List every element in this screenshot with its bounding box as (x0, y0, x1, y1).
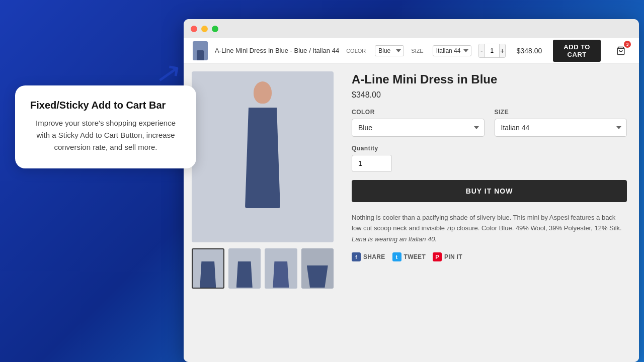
product-title: A-Line Mini Dress in Blue (352, 72, 627, 86)
sticky-color-label: COLOR (346, 48, 366, 54)
annotation-card: ↗ Fixed/Sticky Add to Cart Bar Improve y… (15, 85, 196, 168)
sticky-product-name: A-Line Mini Dress in Blue - Blue / Itali… (215, 47, 339, 54)
twitter-share-button[interactable]: t TWEET (392, 252, 426, 261)
sticky-size-select[interactable]: Italian 40 Italian 42 Italian 44 Italian… (433, 45, 471, 56)
product-info-panel: A-Line Mini Dress in Blue $348.00 COLOR … (340, 63, 639, 362)
thumbnail-3[interactable] (265, 248, 297, 289)
quantity-input[interactable] (352, 155, 392, 172)
pinterest-share-button[interactable]: P PIN IT (433, 252, 462, 261)
pinterest-share-label: PIN IT (444, 253, 462, 260)
product-price: $348.00 (352, 90, 627, 100)
cart-icon-container: 3 (612, 42, 630, 60)
title-bar (184, 19, 639, 38)
sticky-product-thumbnail (193, 41, 208, 60)
main-product-image (192, 71, 334, 242)
thumbnail-2[interactable] (228, 248, 261, 289)
product-description-italic: Lana is wearing an Italian 40. (352, 235, 437, 243)
product-page: A-Line Mini Dress in Blue $348.00 COLOR … (184, 63, 639, 362)
color-label: COLOR (352, 109, 485, 116)
sticky-price: $348.00 (517, 47, 542, 55)
sticky-quantity-input[interactable] (485, 44, 500, 57)
buy-now-button[interactable]: BUY IT NOW (352, 180, 627, 202)
browser-window: A-Line Mini Dress in Blue - Blue / Itali… (184, 19, 639, 362)
dress-figure (227, 81, 298, 242)
size-select[interactable]: Italian 40 Italian 42 Italian 44 Italian… (495, 119, 627, 137)
quantity-label: Quantity (352, 145, 627, 152)
product-gallery (184, 63, 340, 362)
twitter-icon: t (392, 252, 401, 261)
traffic-light-red[interactable] (191, 26, 197, 32)
color-block: COLOR Blue Navy Black (352, 109, 485, 137)
annotation-title: Fixed/Sticky Add to Cart Bar (30, 100, 181, 111)
cart-button[interactable]: 3 (612, 42, 630, 60)
traffic-light-yellow[interactable] (201, 26, 208, 32)
sticky-quantity-control: - + (478, 44, 506, 58)
thumbnail-4[interactable] (301, 248, 334, 289)
sticky-quantity-plus[interactable]: + (500, 44, 505, 57)
sticky-add-to-cart-bar: A-Line Mini Dress in Blue - Blue / Itali… (184, 38, 639, 63)
annotation-description: Improve your store's shopping experience… (30, 117, 181, 153)
twitter-share-label: TWEET (404, 253, 426, 260)
pinterest-icon: P (433, 252, 442, 261)
color-select[interactable]: Blue Navy Black (352, 119, 485, 137)
thumbnail-row (192, 248, 334, 289)
sticky-color-select[interactable]: Blue Navy Black (375, 45, 404, 56)
annotation-arrow: ↗ (153, 53, 184, 93)
facebook-icon: f (352, 252, 361, 261)
traffic-light-green[interactable] (212, 26, 218, 32)
social-share-bar: f SHARE t TWEET P PIN IT (352, 252, 627, 261)
sticky-add-to-cart-button[interactable]: ADD TO CART (553, 40, 601, 62)
cart-badge: 3 (624, 41, 631, 48)
facebook-share-button[interactable]: f SHARE (352, 252, 385, 261)
options-group: COLOR Blue Navy Black SIZE Italian 40 It… (352, 109, 627, 137)
size-label: SIZE (495, 109, 627, 116)
product-description: Nothing is cooler than a pacifying shade… (352, 212, 627, 244)
sticky-quantity-minus[interactable]: - (479, 44, 485, 57)
thumbnail-1[interactable] (192, 248, 224, 289)
sticky-size-label: SIZE (411, 48, 423, 54)
facebook-share-label: SHARE (363, 253, 385, 260)
size-block: SIZE Italian 40 Italian 42 Italian 44 It… (495, 109, 627, 137)
